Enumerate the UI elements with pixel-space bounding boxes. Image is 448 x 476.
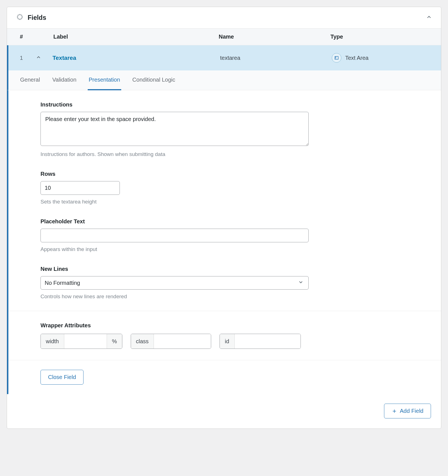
wrapper-class-group: class bbox=[131, 334, 211, 349]
tab-general[interactable]: General bbox=[19, 70, 41, 90]
placeholder-hint: Appears within the input bbox=[40, 246, 409, 252]
table-row[interactable]: 1 Textarea textarea Text Area bbox=[7, 45, 441, 70]
col-name: Name bbox=[219, 34, 330, 40]
card-header: Fields bbox=[7, 7, 441, 29]
textarea-type-icon bbox=[332, 53, 341, 63]
tab-validation[interactable]: Validation bbox=[51, 70, 77, 90]
instructions-input[interactable] bbox=[40, 112, 309, 146]
puzzle-icon bbox=[16, 14, 24, 22]
close-field-section: Close Field bbox=[8, 360, 441, 394]
tab-conditional-logic[interactable]: Conditional Logic bbox=[131, 70, 176, 90]
newlines-label: New Lines bbox=[40, 266, 409, 272]
placeholder-group: Placeholder Text Appears within the inpu… bbox=[40, 218, 409, 252]
fields-card: Fields # Label Name Type 1 Textarea text… bbox=[7, 7, 441, 429]
wrapper-id-label: id bbox=[220, 334, 235, 349]
presentation-form: Instructions Instructions for authors. S… bbox=[8, 90, 441, 311]
field-type-label: Text Area bbox=[345, 55, 368, 61]
close-field-label: Close Field bbox=[48, 374, 76, 380]
add-field-label: Add Field bbox=[400, 408, 424, 414]
placeholder-input[interactable] bbox=[40, 229, 309, 242]
wrapper-width-label: width bbox=[41, 334, 64, 349]
rows-hint: Sets the textarea height bbox=[40, 199, 409, 205]
wrapper-attributes-section: Wrapper Attributes width % class id bbox=[8, 311, 441, 360]
col-type: Type bbox=[330, 34, 430, 40]
collapse-card-button[interactable] bbox=[426, 14, 432, 22]
plus-icon bbox=[392, 408, 397, 414]
instructions-group: Instructions Instructions for authors. S… bbox=[40, 101, 409, 157]
placeholder-label: Placeholder Text bbox=[40, 218, 409, 225]
newlines-group: New Lines No Formatting Controls how new… bbox=[40, 266, 409, 300]
close-field-button[interactable]: Close Field bbox=[40, 370, 84, 385]
field-type-cell: Text Area bbox=[332, 53, 430, 63]
newlines-select[interactable]: No Formatting bbox=[40, 276, 309, 290]
field-settings-panel: Instructions Instructions for authors. S… bbox=[7, 90, 441, 394]
field-name-value: textarea bbox=[220, 55, 332, 61]
card-title: Fields bbox=[28, 14, 46, 22]
collapse-row-button[interactable] bbox=[36, 55, 53, 61]
instructions-hint: Instructions for authors. Shown when sub… bbox=[40, 151, 409, 157]
card-footer: Add Field bbox=[7, 394, 441, 428]
field-label-link[interactable]: Textarea bbox=[53, 55, 220, 61]
wrapper-width-suffix: % bbox=[107, 334, 122, 349]
tabs: General Validation Presentation Conditio… bbox=[7, 70, 441, 90]
wrapper-attributes-label: Wrapper Attributes bbox=[40, 322, 409, 329]
wrapper-width-input[interactable] bbox=[64, 334, 107, 349]
add-field-button[interactable]: Add Field bbox=[384, 404, 431, 418]
wrapper-id-group: id bbox=[220, 334, 301, 349]
rows-input[interactable] bbox=[40, 181, 120, 195]
wrapper-width-group: width % bbox=[40, 334, 122, 349]
rows-group: Rows Sets the textarea height bbox=[40, 171, 409, 205]
field-index: 1 bbox=[19, 55, 36, 61]
wrapper-class-input[interactable] bbox=[154, 334, 211, 349]
col-label: Label bbox=[46, 34, 219, 40]
wrapper-class-label: class bbox=[131, 334, 154, 349]
wrapper-id-input[interactable] bbox=[235, 334, 301, 349]
tab-presentation[interactable]: Presentation bbox=[88, 70, 121, 90]
instructions-label: Instructions bbox=[40, 101, 409, 108]
rows-label: Rows bbox=[40, 171, 409, 177]
col-hash: # bbox=[18, 34, 46, 40]
fields-table-header: # Label Name Type bbox=[7, 29, 441, 45]
newlines-hint: Controls how new lines are rendered bbox=[40, 293, 409, 300]
